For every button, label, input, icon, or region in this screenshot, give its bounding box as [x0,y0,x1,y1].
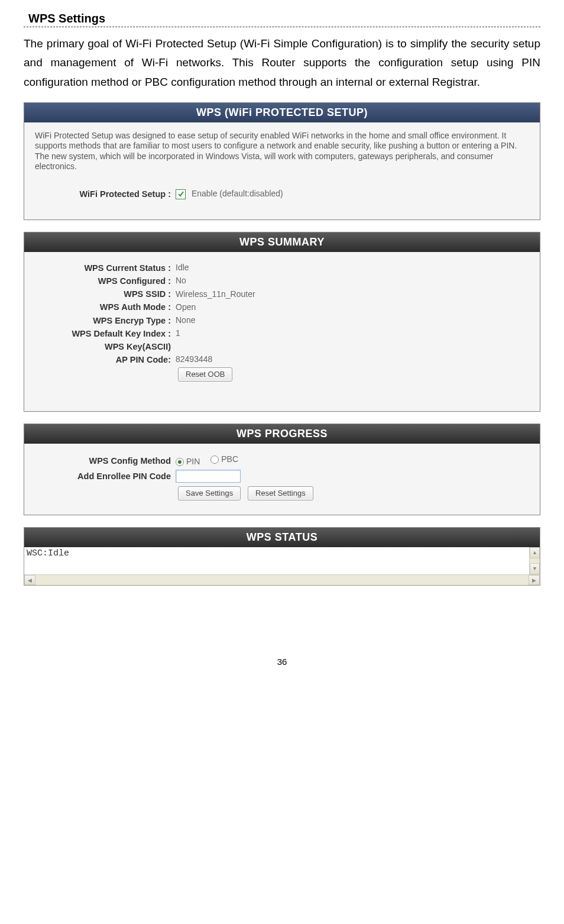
summary-label: WPS Configured : [35,276,176,286]
wps-enable-text: Enable (default:disabled) [192,189,283,198]
summary-row: WPS Auth Mode :Open [35,302,529,312]
wps-progress-header: WPS PROGRESS [24,424,540,444]
wps-enable-control[interactable]: Enable (default:disabled) [176,189,283,199]
wps-status-panel: WPS STATUS WSC:Idle ▲ ▼ ◀ ▶ [24,527,540,586]
summary-value: No [176,276,186,286]
config-method-label: WPS Config Method [35,455,176,466]
summary-row: WPS Encryp Type :None [35,315,529,326]
wps-summary-header: WPS SUMMARY [24,232,540,252]
summary-value: 1 [176,328,180,339]
wps-status-text: WSC:Idle [27,548,69,558]
summary-label: AP PIN Code: [35,354,176,365]
scroll-right-icon[interactable]: ▶ [529,575,540,585]
summary-row: WPS Configured :No [35,276,529,286]
wps-progress-panel: WPS PROGRESS WPS Config Method PIN PBC A… [24,424,540,515]
summary-value: 82493448 [176,354,212,365]
vertical-scrollbar[interactable]: ▲ ▼ [529,547,540,574]
wps-setup-description: WiFi Protected Setup was designed to eas… [35,131,529,172]
horizontal-scrollbar[interactable]: ◀ ▶ [24,574,540,585]
summary-label: WPS Key(ASCII) [35,341,176,352]
checkmark-icon [177,190,184,198]
pin-radio-label: PIN [186,457,200,467]
summary-value: Open [176,302,196,313]
summary-value: Idle [176,263,189,273]
summary-label: WPS Current Status : [35,263,176,273]
save-settings-button[interactable]: Save Settings [178,486,241,500]
summary-label: WPS SSID : [35,289,176,299]
summary-row: AP PIN Code:82493448 [35,354,529,365]
wps-enable-label: WiFi Protected Setup : [35,189,176,199]
wps-enable-checkbox[interactable] [176,189,186,199]
summary-row: WPS Default Key Index :1 [35,328,529,339]
wps-setup-header: WPS (WiFi PROTECTED SETUP) [24,103,540,122]
wps-summary-panel: WPS SUMMARY WPS Current Status :Idle WPS… [24,232,540,412]
enrollee-pin-label: Add Enrollee PIN Code [35,471,176,482]
summary-label: WPS Encryp Type : [35,315,176,326]
summary-label: WPS Auth Mode : [35,302,176,312]
page-title: WPS Settings [28,12,540,25]
summary-value: None [176,315,195,326]
wps-status-header: WPS STATUS [24,528,540,547]
reset-settings-button[interactable]: Reset Settings [248,486,313,500]
page-number: 36 [24,657,540,667]
summary-label: WPS Default Key Index : [35,328,176,339]
wps-status-textarea[interactable]: WSC:Idle ▲ ▼ [24,547,540,574]
radio-icon [210,455,219,464]
pbc-radio[interactable]: PBC [210,454,238,465]
scroll-up-icon[interactable]: ▲ [530,547,540,558]
scroll-down-icon[interactable]: ▼ [530,563,540,574]
pbc-radio-label: PBC [221,454,238,465]
summary-row: WPS Key(ASCII) [35,341,529,352]
summary-row: WPS SSID :Wireless_11n_Router [35,289,529,299]
reset-oob-button[interactable]: Reset OOB [178,367,232,382]
summary-value: Wireless_11n_Router [176,289,255,300]
pin-radio[interactable]: PIN [176,457,200,467]
enrollee-pin-input[interactable] [176,470,241,483]
title-divider [24,27,540,27]
radio-icon [176,458,184,466]
wps-setup-panel: WPS (WiFi PROTECTED SETUP) WiFi Protecte… [24,102,540,220]
summary-row: WPS Current Status :Idle [35,263,529,273]
scroll-left-icon[interactable]: ◀ [24,575,35,585]
intro-text: The primary goal of Wi-Fi Protected Setu… [24,34,540,92]
